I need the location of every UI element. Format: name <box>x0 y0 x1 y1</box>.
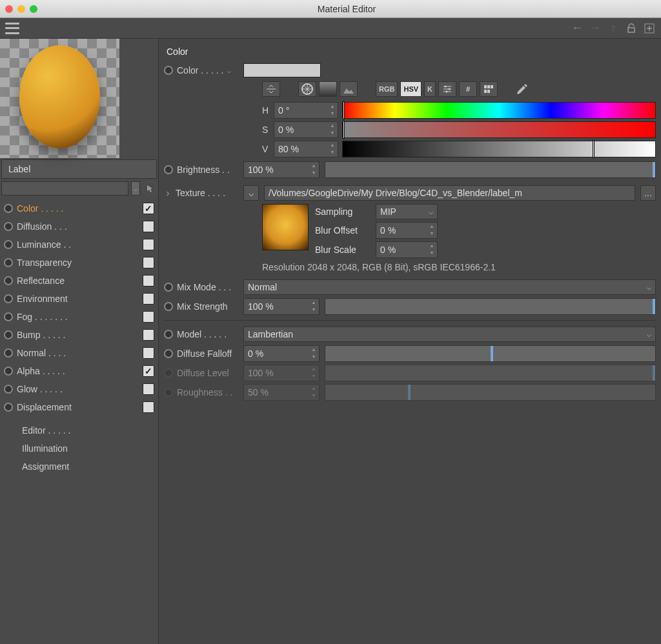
channel-checkbox-11[interactable] <box>143 401 154 413</box>
material-preview[interactable] <box>0 39 119 158</box>
model-dropdown[interactable]: Lambertian <box>243 327 656 342</box>
chevron-down-icon[interactable]: ⌵ <box>227 67 231 74</box>
texture-menu-button[interactable]: ⌵ <box>243 185 259 201</box>
diffuse-falloff-slider[interactable] <box>325 345 656 362</box>
titlebar: Material Editor <box>0 0 661 18</box>
channel-label-3[interactable]: Transparency <box>17 257 139 268</box>
channel-radio-3[interactable] <box>4 258 13 267</box>
channel-radio-8[interactable] <box>4 348 13 357</box>
texture-disclosure-icon[interactable]: › <box>164 188 172 198</box>
image-icon[interactable] <box>340 81 358 97</box>
channel-label-0[interactable]: Color . . . . . <box>17 203 139 214</box>
up-icon[interactable]: ↑ <box>607 22 620 35</box>
add-icon[interactable] <box>643 22 656 35</box>
close-window-button[interactable] <box>5 5 13 13</box>
mix-mode-enable-radio[interactable] <box>164 283 173 292</box>
swatches-icon[interactable] <box>480 81 498 97</box>
texture-browse-button[interactable]: ... <box>640 185 656 201</box>
channel-label-9[interactable]: Alpha . . . . . <box>17 366 139 376</box>
eyedropper-icon[interactable] <box>513 81 531 97</box>
channel-label-6[interactable]: Fog . . . . . . . <box>17 312 139 322</box>
menu-icon[interactable] <box>5 23 19 34</box>
sampling-dropdown[interactable]: MIP <box>376 204 438 219</box>
pick-arrow-icon[interactable] <box>143 181 157 196</box>
channel-radio-5[interactable] <box>4 294 13 303</box>
channel-checkbox-3[interactable] <box>143 257 154 268</box>
channel-checkbox-9[interactable] <box>143 365 154 377</box>
channel-checkbox-1[interactable] <box>143 221 154 232</box>
gradient-icon[interactable] <box>319 81 337 97</box>
model-enable-radio[interactable] <box>164 330 173 339</box>
brightness-input[interactable]: 100 %▲▼ <box>243 161 320 178</box>
minimize-window-button[interactable] <box>17 5 25 13</box>
sidebar-link-1[interactable]: Illumination <box>22 439 154 458</box>
channel-radio-7[interactable] <box>4 330 13 339</box>
channel-radio-11[interactable] <box>4 403 13 412</box>
channel-checkbox-6[interactable] <box>143 311 154 323</box>
hsv-mode-button[interactable]: HSV <box>400 81 422 97</box>
blur-scale-input[interactable]: 0 %▲▼ <box>376 241 438 258</box>
color-swatch[interactable] <box>243 63 321 77</box>
mix-strength-input[interactable]: 100 %▲▼ <box>243 298 320 315</box>
channel-checkbox-10[interactable] <box>143 383 154 395</box>
hue-label: H <box>262 105 270 116</box>
diffuse-falloff-input[interactable]: 0 %▲▼ <box>243 345 320 362</box>
channel-radio-1[interactable] <box>4 222 13 231</box>
sidebar-link-0[interactable]: Editor . . . . . <box>22 421 154 439</box>
channel-checkbox-2[interactable] <box>143 239 154 250</box>
channel-label-4[interactable]: Reflectance <box>17 276 139 286</box>
channel-checkbox-7[interactable] <box>143 329 154 341</box>
mix-mode-dropdown[interactable]: Normal <box>243 279 656 295</box>
channel-checkbox-0[interactable] <box>143 203 154 214</box>
mix-strength-label: Mix Strength <box>177 301 228 312</box>
value-input[interactable]: 80 %▲▼ <box>274 141 338 157</box>
color-tool-1[interactable] <box>262 81 280 97</box>
channel-label-7[interactable]: Bump . . . . . <box>17 330 139 340</box>
window-controls <box>5 5 37 13</box>
sidebar-link-2[interactable]: Assignment <box>22 458 154 476</box>
channel-radio-4[interactable] <box>4 276 13 285</box>
texture-path-field[interactable]: /Volumes/GoogleDrive/My Drive/Blog/C4D_v… <box>264 185 635 201</box>
channel-select-dropdown-icon[interactable]: ⌵ <box>131 181 140 196</box>
channel-label-10[interactable]: Glow . . . . . <box>17 384 139 394</box>
diffuse-falloff-enable-radio[interactable] <box>164 349 173 358</box>
channel-checkbox-5[interactable] <box>143 293 154 305</box>
maximize-window-button[interactable] <box>30 5 37 13</box>
brightness-enable-radio[interactable] <box>164 165 173 174</box>
channel-checkbox-8[interactable] <box>143 347 154 359</box>
mixer-icon[interactable] <box>438 81 456 97</box>
saturation-slider[interactable] <box>342 121 656 138</box>
color-wheel-icon[interactable] <box>298 81 316 97</box>
channel-radio-10[interactable] <box>4 385 13 394</box>
channel-radio-9[interactable] <box>4 367 13 376</box>
forward-icon[interactable]: → <box>589 22 602 35</box>
channel-checkbox-4[interactable] <box>143 275 154 287</box>
channel-label-8[interactable]: Normal . . . . <box>17 348 139 358</box>
texture-label: Texture . . . . <box>176 188 225 198</box>
brightness-slider[interactable] <box>325 161 656 178</box>
channel-label-11[interactable]: Displacement <box>17 402 139 412</box>
back-icon[interactable]: ← <box>571 22 584 35</box>
mix-strength-slider[interactable] <box>325 298 656 315</box>
channel-radio-0[interactable] <box>4 204 13 213</box>
kelvin-mode-button[interactable]: K <box>424 81 436 97</box>
rgb-mode-button[interactable]: RGB <box>376 81 398 97</box>
channel-label-2[interactable]: Luminance . . <box>17 239 139 250</box>
hue-slider[interactable] <box>342 102 656 119</box>
channel-radio-6[interactable] <box>4 312 13 321</box>
hex-icon[interactable]: # <box>459 81 477 97</box>
preview-sphere <box>19 45 100 148</box>
color-enable-radio[interactable] <box>164 66 173 75</box>
hue-input[interactable]: 0 °▲▼ <box>274 102 338 119</box>
channel-select-input[interactable] <box>1 181 128 196</box>
svg-point-2 <box>445 86 447 88</box>
lock-icon[interactable] <box>625 22 638 35</box>
mix-strength-enable-radio[interactable] <box>164 302 173 311</box>
channel-radio-2[interactable] <box>4 240 13 249</box>
channel-label-5[interactable]: Environment <box>17 294 139 304</box>
saturation-input[interactable]: 0 %▲▼ <box>274 121 338 138</box>
texture-thumbnail[interactable] <box>262 204 309 250</box>
blur-offset-input[interactable]: 0 %▲▼ <box>376 222 438 239</box>
channel-label-1[interactable]: Diffusion . . . <box>17 221 139 232</box>
value-slider[interactable] <box>342 141 656 157</box>
